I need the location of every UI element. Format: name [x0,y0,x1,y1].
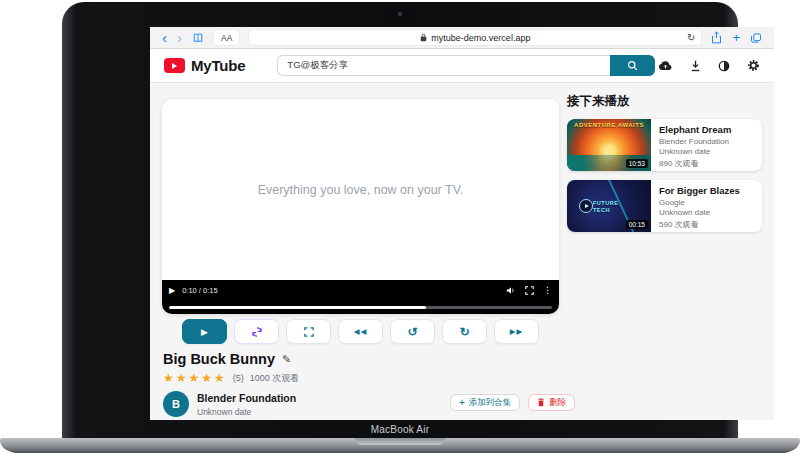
up-next-channel: Google [659,198,740,207]
volume-icon[interactable] [506,286,516,295]
macbook-air-label: MacBook Air [62,424,738,435]
thumbnail-caption: ADVENTURE AWAITS [567,122,651,128]
up-next-heading: 接下来播放 [567,93,762,110]
up-next-sidebar: 接下来播放 ADVENTURE AWAITS 10:53 Elephant Dr… [567,93,762,241]
skip-back-button[interactable]: ↺ [390,319,435,344]
reload-icon[interactable]: ↻ [687,32,695,43]
address-bar[interactable]: mytube-demo.vercel.app ↻ [249,30,701,45]
bookmarks-icon[interactable] [192,32,204,44]
edit-title-icon[interactable]: ✎ [282,353,291,366]
forward-button[interactable]: › [177,30,182,45]
fast-forward-button[interactable]: ▶▶ [494,319,539,344]
up-next-title: Elephant Dream [659,124,731,135]
video-thumbnail: ADVENTURE AWAITS 10:53 [567,119,651,171]
laptop-base [0,438,800,453]
video-actions: + 添加到合集 删除 [450,394,575,411]
loop-button[interactable] [234,319,279,344]
player-fullscreen-icon[interactable] [525,286,534,295]
player-menu-icon[interactable]: ⋮ [543,285,552,295]
brand-name[interactable]: MyTube [191,57,245,74]
progress-fill [169,306,426,309]
add-to-collection-button[interactable]: + 添加到合集 [450,394,520,411]
video-surface[interactable]: Everything you love, now on your TV. [162,99,559,280]
channel-row: B Blender Foundation Unknown date [163,391,296,417]
channel-name[interactable]: Blender Foundation [197,392,296,404]
site-header: MyTube [150,49,774,83]
laptop-base-notch [355,438,445,445]
up-next-date: Unknown date [659,147,731,156]
star-rating[interactable]: ★★★★★ [163,371,227,385]
rewind-button[interactable]: ◀◀ [338,319,383,344]
tabs-icon[interactable] [750,32,762,44]
skip-forward-button[interactable]: ↻ [442,319,487,344]
upload-date: Unknown date [197,407,296,417]
reader-mode-button[interactable]: AA [214,30,239,45]
download-icon[interactable] [690,60,701,72]
delete-button[interactable]: 删除 [528,394,575,411]
video-player-card: Everything you love, now on your TV. ▶ 0… [162,99,559,314]
up-next-views: 590 次观看 [659,219,740,230]
up-next-channel: Blender Foundation [659,137,731,146]
video-overlay-text: Everything you love, now on your TV. [258,183,464,197]
new-tab-button[interactable]: + [732,31,740,44]
rating-count: (5) [233,373,244,383]
mytube-logo-icon[interactable] [164,58,185,73]
search-button[interactable] [610,55,655,76]
view-count: 1000 次观看 [250,372,300,385]
up-next-card-elephant-dream[interactable]: ADVENTURE AWAITS 10:53 Elephant Dream Bl… [567,119,762,171]
screen-content: ‹ › AA mytube-demo.vercel.app ↻ + [150,27,774,420]
play-button[interactable]: ▶ [182,319,227,344]
thumbnail-play-icon [579,199,593,213]
channel-avatar[interactable]: B [163,391,189,417]
plus-icon: + [459,397,465,408]
laptop-screen-bezel: ‹ › AA mytube-demo.vercel.app ↻ + [62,2,738,438]
theme-toggle-icon[interactable] [718,60,730,72]
up-next-views: 890 次观看 [659,158,731,169]
share-icon[interactable] [711,31,722,44]
webcam-dot [398,12,402,16]
fullscreen-button[interactable] [286,319,331,344]
video-title: Big Buck Bunny [163,351,275,367]
lock-icon [420,33,427,42]
playback-controls: ▶ ◀◀ ↺ ↻ ▶▶ [162,319,559,344]
up-next-date: Unknown date [659,208,740,217]
player-time: 0:10 / 0:15 [182,286,217,295]
macbook-mockup: ‹ › AA mytube-demo.vercel.app ↻ + [0,0,800,459]
up-next-card-for-bigger-blazes[interactable]: FUTURE TECH 00:15 For Bigger Blazes Goog… [567,180,762,232]
player-play-icon[interactable]: ▶ [169,286,175,295]
duration-badge: 10:53 [626,159,648,168]
video-thumbnail: FUTURE TECH 00:15 [567,180,651,232]
cloud-upload-icon[interactable] [658,60,673,71]
search-bar [277,55,655,76]
player-control-bar: ▶ 0:10 / 0:15 ⋮ [162,280,559,314]
progress-bar[interactable] [169,306,552,309]
duration-badge: 00:15 [626,220,648,229]
rating-row: ★★★★★ (5) 1000 次观看 [163,371,299,385]
search-input[interactable] [277,55,610,76]
url-text: mytube-demo.vercel.app [431,33,530,43]
page-body: Everything you love, now on your TV. ▶ 0… [150,83,774,420]
settings-gear-icon[interactable] [747,59,760,72]
video-title-row: Big Buck Bunny ✎ [163,351,291,367]
back-button[interactable]: ‹ [162,30,167,45]
header-actions [658,59,760,72]
up-next-title: For Bigger Blazes [659,185,740,196]
browser-toolbar: ‹ › AA mytube-demo.vercel.app ↻ + [150,27,774,49]
thumbnail-caption: FUTURE TECH [593,200,633,214]
trash-icon [537,398,545,407]
